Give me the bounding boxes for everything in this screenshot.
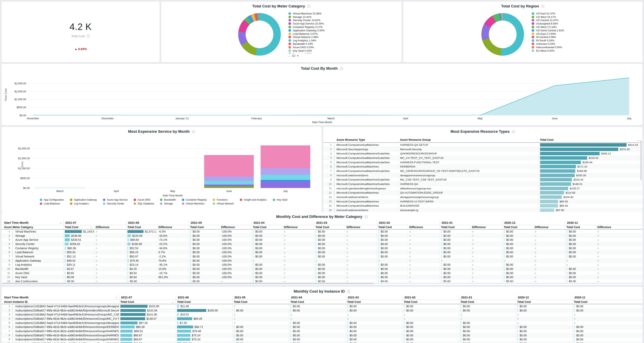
info-icon[interactable]: ⓘ — [541, 4, 544, 8]
legend-item[interactable]: Application Gateway — [70, 198, 97, 201]
meter-category-donut-chart[interactable] — [238, 13, 281, 56]
month-label[interactable]: 2021-01 — [459, 295, 516, 300]
legend-item[interactable]: IN Central 0.06% — [532, 35, 564, 39]
legend-item[interactable]: Security Center — [103, 202, 128, 205]
legend-item[interactable]: Unassigned 8.93% — [532, 22, 564, 25]
legend-item[interactable]: Functions — [213, 198, 234, 201]
month-label[interactable]: 2021-05 — [232, 295, 289, 300]
month-label[interactable]: 2021-07 — [119, 295, 176, 300]
legend-item[interactable]: Storage — [160, 202, 176, 205]
collapse-chevron-icon[interactable]: ‹ — [116, 296, 117, 299]
month-label[interactable]: 2021-03 — [314, 220, 377, 225]
legend-item[interactable]: Azure DNS 0.03% — [288, 45, 325, 49]
info-icon[interactable]: ⓘ — [87, 34, 90, 38]
legend-item[interactable]: IN South 0.04% — [532, 39, 564, 42]
col-total-cost[interactable]: Total Cost — [516, 300, 572, 304]
legend-item[interactable]: US West 19.17% — [532, 15, 564, 19]
stacked-bar-july[interactable] — [260, 145, 310, 188]
legend-item[interactable]: Intercontinental 0.00% — [532, 45, 564, 49]
legend-item[interactable]: Azure App Service 10.00% — [288, 22, 325, 25]
legend-item[interactable]: Functions 0.00% — [288, 52, 325, 53]
legend-item[interactable]: EU West 0.00% — [532, 49, 564, 52]
col-difference[interactable]: Difference — [219, 226, 252, 229]
scrollbar-thumb[interactable] — [2, 283, 374, 284]
legend-item[interactable]: Log Analytics 1.34% — [288, 39, 325, 42]
legend-item[interactable]: Azure DNS — [134, 198, 154, 201]
legend-item[interactable]: Bandwidth 0.19% — [288, 42, 325, 45]
month-label[interactable]: 2021-04 — [289, 295, 346, 300]
month-label[interactable]: 2021-06 — [126, 220, 189, 225]
month-label[interactable]: 2020-11 — [565, 220, 628, 225]
legend-item[interactable]: Azure App Service — [103, 198, 128, 201]
col-difference[interactable]: Difference — [282, 226, 314, 229]
legend-item[interactable]: Load Balancer — [40, 202, 64, 205]
col-difference[interactable]: Difference — [345, 226, 377, 229]
col-difference[interactable]: Difference — [596, 226, 628, 229]
legend-item[interactable]: Virtual Machines 52.88% — [288, 12, 325, 15]
legend-item[interactable]: US East 2 0.94% — [532, 32, 564, 35]
legend-item[interactable]: Bandwidth — [160, 198, 176, 201]
legend-item[interactable]: Virtual Network 2.46% — [288, 35, 325, 39]
page-down-icon[interactable]: ▼ — [297, 55, 299, 57]
month-label[interactable]: 2021-07 — [63, 220, 126, 225]
col-difference[interactable]: Difference — [94, 226, 126, 229]
horizontal-scrollbar[interactable] — [2, 283, 642, 284]
legend-item[interactable]: US West 2 5.18% — [532, 25, 564, 29]
col-total-cost[interactable]: Total Cost — [189, 226, 219, 229]
col-total-cost[interactable]: Total Cost — [377, 226, 408, 229]
legend-item[interactable]: Container Registry — [182, 198, 207, 201]
legend-item[interactable]: Virtual Network — [213, 202, 234, 205]
legend-item[interactable]: Security Center 10.82% — [288, 19, 325, 22]
col-total-cost[interactable]: Total Cost — [402, 300, 459, 304]
col-azure-resource-type[interactable]: Azure Resource Type — [334, 138, 398, 141]
legend-item[interactable]: Virtual Machines — [182, 202, 207, 205]
info-icon[interactable]: ⓘ — [340, 67, 343, 70]
col-difference[interactable]: Difference — [533, 226, 565, 229]
col-total-cost[interactable]: Total Cost — [289, 300, 346, 304]
info-icon[interactable]: ⓘ — [307, 4, 310, 8]
stacked-bar-june[interactable] — [204, 155, 254, 188]
info-icon[interactable]: ⓘ — [192, 130, 195, 133]
legend-item[interactable]: Key Vault — [273, 198, 288, 201]
col-total-cost[interactable]: Total Cost — [346, 300, 402, 304]
legend-item[interactable]: Insight and Analytics — [240, 198, 267, 201]
legend-item[interactable]: App Configuration — [40, 198, 64, 201]
info-icon[interactable]: ⓘ — [347, 290, 350, 293]
col-difference[interactable]: Difference — [408, 226, 440, 229]
col-total-cost[interactable]: Total Cost — [126, 226, 156, 229]
month-label[interactable]: 2021-02 — [377, 220, 440, 225]
month-label[interactable]: 2021-02 — [402, 295, 459, 300]
legend-item[interactable]: Application Gateway 3.00% — [288, 29, 325, 32]
month-label[interactable]: 2021-04 — [252, 220, 314, 225]
col-total-cost[interactable]: Total Cost — [502, 226, 533, 229]
month-label[interactable]: 2020-11 — [572, 295, 629, 300]
col-total-cost[interactable]: Total Cost — [565, 226, 596, 229]
info-icon[interactable]: ⓘ — [364, 215, 368, 219]
sort-chevron-icon[interactable]: ⌄ — [90, 226, 92, 229]
area-chart-plot[interactable]: $2,000.00$1,500.00$1,000.00$500.00$0.00N… — [28, 76, 633, 115]
legend-item[interactable]: SQL Database — [134, 202, 154, 205]
month-label[interactable]: 2021-05 — [189, 220, 252, 225]
info-icon[interactable]: ⓘ — [512, 130, 515, 133]
col-difference[interactable]: Difference — [470, 226, 502, 229]
legend-item[interactable]: US East 51.37% — [532, 12, 564, 15]
col-total-cost[interactable]: Total Cost — [440, 226, 470, 229]
col-total-cost[interactable]: Total Cost ⌄ — [539, 137, 642, 142]
stacked-bar-plot[interactable]: $2,000.00$1,500.00$1,000.00$500.00$0.00M… — [32, 140, 314, 188]
month-label[interactable]: 2021-06 — [176, 295, 232, 300]
col-total-cost[interactable]: Total Cost — [459, 300, 516, 304]
legend-item[interactable]: Unknown 0.03% — [532, 42, 564, 45]
col-total-cost[interactable]: Total Cost⌄ — [63, 226, 94, 229]
col-total-cost[interactable]: Total Cost — [252, 226, 282, 229]
month-label[interactable]: 2021-01 — [440, 220, 502, 225]
legend-item[interactable]: US North Central 1.82% — [532, 29, 564, 32]
legend-item[interactable]: Storage 13.42% — [288, 15, 325, 19]
sort-chevron-icon[interactable]: ⌄ — [172, 301, 174, 304]
legend-item[interactable]: Container Registry 3.17% — [288, 25, 325, 29]
month-label[interactable]: 2021-03 — [346, 295, 402, 300]
legend-item[interactable]: Load Balancer 2.67% — [288, 32, 325, 35]
col-total-cost[interactable]: Total Cost — [572, 300, 629, 304]
collapse-chevron-icon[interactable]: ‹ — [60, 221, 61, 224]
chevron-down-icon[interactable]: ⌄ — [637, 138, 640, 141]
legend-item[interactable]: US Central 12.47% — [532, 19, 564, 22]
